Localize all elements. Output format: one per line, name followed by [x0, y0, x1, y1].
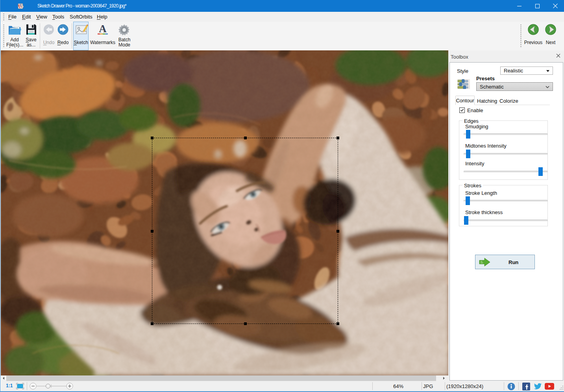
svg-text:A: A — [99, 23, 107, 35]
